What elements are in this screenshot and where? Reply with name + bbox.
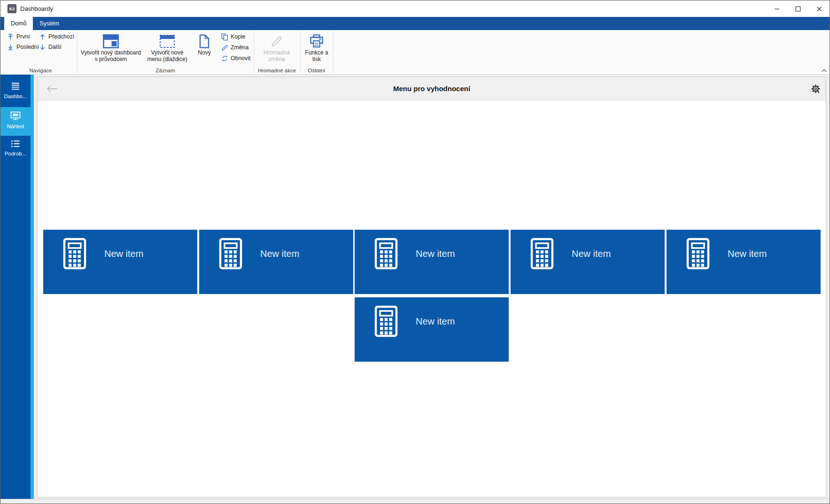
- next-button[interactable]: Další: [39, 43, 62, 51]
- create-dashboard-label-line2: s průvodcem: [95, 56, 127, 63]
- tile-label: New item: [416, 316, 455, 327]
- ribbon: První Poslední Předchozí Další Navigace …: [0, 30, 830, 75]
- bulk-edit-button: Hromadná změna: [255, 33, 298, 67]
- minimize-icon: [774, 6, 780, 12]
- create-dashboard-wizard-button[interactable]: Vytvořit nový dashboard s průvodcem: [79, 33, 142, 67]
- back-arrow-icon: [46, 85, 58, 93]
- new-button[interactable]: Nový: [190, 33, 218, 67]
- sidebar: Dashbo... Náhled Podrob...: [0, 75, 31, 499]
- bulk-edit-label-line1: Hromadná: [264, 50, 290, 56]
- ribbon-tab-bar: Domů Systém: [0, 17, 830, 30]
- arrow-up-icon: [39, 33, 46, 40]
- maximize-icon: [795, 6, 801, 12]
- tab-domu-label: Domů: [11, 20, 26, 27]
- copy-button[interactable]: Kopie: [221, 32, 245, 41]
- group-caption-ostatni: Ostatní: [300, 68, 333, 74]
- tab-system-label: Systém: [39, 20, 59, 27]
- functions-print-button[interactable]: Funkce a tisk: [300, 33, 334, 67]
- panel-header: Menu pro vyhodnocení: [38, 77, 826, 101]
- copy-label: Kopie: [231, 33, 245, 40]
- sidebar-item-label: Náhled: [7, 124, 24, 129]
- tile-label: New item: [728, 248, 767, 259]
- group-separator: [254, 31, 254, 73]
- ribbon-collapse-button[interactable]: [820, 67, 828, 74]
- app-icon: K2: [8, 4, 16, 13]
- refresh-icon: [221, 55, 228, 62]
- arrow-down-icon: [39, 44, 46, 51]
- tab-domu[interactable]: Domů: [4, 17, 33, 30]
- edit-button[interactable]: Změna: [221, 43, 248, 52]
- group-caption-navigace: Navigace: [4, 68, 77, 74]
- monitor-icon: [10, 111, 21, 120]
- bulk-edit-label-line2: změna: [268, 56, 285, 63]
- sidebar-item-preview[interactable]: Náhled: [0, 107, 31, 136]
- sidebar-item-label: Dashbo...: [4, 93, 27, 99]
- functions-print-label-line2: tisk: [312, 56, 321, 63]
- sidebar-accent-strip: [31, 75, 34, 499]
- pencil-icon: [271, 35, 283, 47]
- calculator-icon: [530, 238, 554, 270]
- create-tile-menu-label-line2: menu (dlaždice): [147, 56, 187, 63]
- chevron-up-icon: [821, 69, 827, 73]
- new-label: Nový: [198, 50, 210, 56]
- create-tile-menu-button[interactable]: Vytvořit nové menu (dlaždice): [141, 33, 193, 67]
- arrow-down-to-bar-icon: [7, 44, 14, 51]
- close-button[interactable]: [808, 0, 830, 17]
- window-title: Dashboardy: [20, 0, 53, 17]
- window-controls: [766, 0, 830, 17]
- tile-label: New item: [416, 248, 455, 259]
- calculator-icon: [686, 238, 710, 270]
- group-caption-hromadne-akce: Hromadné akce: [254, 68, 300, 74]
- bottom-strip: [0, 499, 830, 504]
- create-dashboard-label-line1: Vytvořit nový dashboard: [81, 50, 141, 56]
- maximize-button[interactable]: [787, 0, 808, 17]
- previous-button[interactable]: Předchozí: [39, 32, 74, 41]
- functions-print-label-line1: Funkce a: [305, 50, 328, 56]
- tiles-dashed-icon: [159, 34, 175, 48]
- arrow-up-to-bar-icon: [7, 33, 14, 40]
- back-button[interactable]: [46, 77, 58, 101]
- new-document-icon: [199, 34, 210, 48]
- tile-label: New item: [260, 248, 299, 259]
- tile-new-item[interactable]: New item: [511, 230, 665, 294]
- sidebar-item-details[interactable]: Podrob...: [0, 136, 31, 164]
- gear-icon: [811, 84, 820, 94]
- first-label: První: [16, 33, 30, 40]
- dashboard-icon: [103, 34, 119, 48]
- sidebar-item-dashboards[interactable]: Dashbo...: [0, 78, 31, 107]
- edit-label: Změna: [231, 44, 248, 51]
- app-window: K2 Dashboardy Domů Systém První Poslední…: [0, 0, 830, 504]
- group-separator: [77, 31, 78, 73]
- tile-new-item[interactable]: New item: [199, 230, 353, 294]
- settings-button[interactable]: [811, 77, 820, 101]
- calculator-icon: [374, 305, 398, 337]
- content-panel: Menu pro vyhodnocení New item New item N…: [37, 77, 826, 497]
- tile-new-item[interactable]: New item: [43, 230, 197, 294]
- previous-label: Předchozí: [48, 33, 74, 40]
- group-caption-zaznam: Záznam: [77, 68, 254, 74]
- detail-list-icon: [11, 140, 20, 147]
- first-button[interactable]: První: [7, 32, 30, 41]
- group-separator: [333, 31, 334, 73]
- close-icon: [816, 6, 822, 12]
- last-button[interactable]: Poslední: [7, 43, 39, 51]
- tab-system[interactable]: Systém: [33, 17, 66, 30]
- calculator-icon: [63, 238, 86, 270]
- refresh-label: Obnovit: [231, 55, 250, 62]
- next-label: Další: [48, 44, 62, 50]
- sidebar-item-label: Podrob...: [5, 151, 27, 156]
- menu-lines-icon: [11, 82, 20, 90]
- last-label: Poslední: [16, 44, 39, 50]
- calculator-icon: [219, 238, 242, 270]
- calculator-icon: [374, 238, 398, 270]
- tile-new-item[interactable]: New item: [355, 297, 509, 362]
- tile-new-item[interactable]: New item: [667, 230, 821, 294]
- pencil-icon: [221, 44, 228, 51]
- tile-label: New item: [572, 248, 611, 259]
- workspace: Dashbo... Náhled Podrob... Menu pro vyho…: [0, 75, 830, 499]
- minimize-button[interactable]: [766, 0, 787, 17]
- tile-new-item[interactable]: New item: [355, 230, 509, 294]
- refresh-button[interactable]: Obnovit: [221, 54, 250, 62]
- tile-label: New item: [104, 248, 143, 259]
- printer-icon: [310, 34, 324, 48]
